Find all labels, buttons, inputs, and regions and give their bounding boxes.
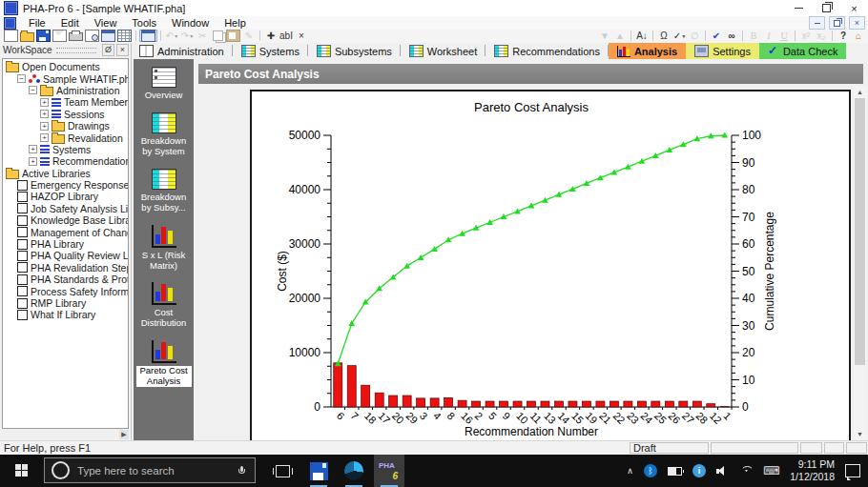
bold-button[interactable]: B: [746, 30, 761, 42]
mail-button[interactable]: [52, 30, 68, 42]
mdi-close-button[interactable]: ×: [849, 16, 865, 30]
tree-item-recommendations[interactable]: +Recommendations: [3, 155, 128, 167]
tab-settings[interactable]: Settings: [686, 43, 759, 59]
expand-icon[interactable]: +: [40, 133, 49, 142]
scroll-down-icon[interactable]: ▼: [854, 428, 866, 440]
add-item-button[interactable]: ✚: [263, 30, 279, 42]
format-painter-button[interactable]: ✎: [241, 30, 257, 42]
touch-keyboard-icon[interactable]: ⌨: [763, 464, 779, 477]
tree-item-management-of-change-m[interactable]: Management of Change (M: [3, 226, 128, 237]
checkbox[interactable]: [17, 262, 28, 273]
tab-data-check[interactable]: ✓Data Check: [759, 43, 846, 59]
minimize-button[interactable]: [785, 0, 813, 16]
expand-icon[interactable]: +: [40, 122, 49, 131]
expand-icon[interactable]: +: [40, 98, 49, 107]
dropdown-caret-icon[interactable]: ▾: [682, 32, 685, 39]
hidden-icons-chevron[interactable]: ∧: [627, 466, 633, 476]
undo-button[interactable]: ↶▾: [164, 30, 179, 42]
taskbar-app-pha-pro[interactable]: PHA6: [374, 455, 404, 487]
tab-administration[interactable]: Administration: [131, 43, 233, 59]
workspace-pin-button[interactable]: Ø: [102, 44, 114, 56]
tree-item-knowledge-base-library[interactable]: Knowledge Base Library: [3, 214, 128, 226]
tree-item-job-safety-analysis-library[interactable]: Job Safety Analysis Library: [3, 203, 128, 214]
tree-item-sample-whatif-pha[interactable]: −Sample WHATIF.pha: [3, 72, 128, 84]
collapse-icon[interactable]: −: [17, 74, 26, 83]
task-view-button[interactable]: [267, 455, 298, 487]
tree-item-systems[interactable]: +Systems: [3, 144, 128, 155]
new-button[interactable]: [3, 30, 19, 42]
underline-button[interactable]: U: [776, 30, 792, 42]
action-center-icon[interactable]: [845, 464, 860, 477]
checkbox[interactable]: [17, 274, 28, 285]
checkbox[interactable]: [17, 180, 28, 191]
restore-button[interactable]: [813, 0, 840, 16]
spell-check-button[interactable]: ✔: [709, 30, 724, 42]
dropdown-caret-icon[interactable]: ▾: [190, 32, 193, 39]
insert-text-button[interactable]: abI: [279, 30, 294, 42]
clock[interactable]: 9:11 PM 1/12/2018: [790, 458, 835, 483]
tree-item-team-members[interactable]: +Team Members: [3, 96, 128, 108]
paste-button[interactable]: [225, 30, 241, 42]
expand-icon[interactable]: +: [29, 157, 37, 166]
delete-item-button[interactable]: ×: [294, 30, 309, 42]
checkbox[interactable]: [17, 310, 28, 320]
checkbox[interactable]: [17, 239, 28, 250]
omega-button[interactable]: Ω: [656, 30, 672, 42]
checkbox[interactable]: [17, 192, 28, 202]
redo-button[interactable]: ↷▾: [179, 30, 195, 42]
checkbox[interactable]: [17, 203, 28, 213]
tree-item-pha-quality-review-library[interactable]: PHA Quality Review Library: [3, 250, 128, 261]
sort-button[interactable]: A↓: [634, 30, 650, 42]
tree-item-active-libraries[interactable]: Active Libraries: [3, 168, 128, 179]
scrollbar-thumb[interactable]: [855, 98, 865, 365]
verify-button[interactable]: ✓▾: [672, 30, 687, 42]
workspace-close-button[interactable]: ×: [116, 44, 129, 56]
menu-tools[interactable]: Tools: [124, 17, 164, 29]
taskbar-search-input[interactable]: Type here to search: [44, 457, 256, 483]
chart-vertical-scrollbar[interactable]: ▲ ▼: [853, 86, 867, 440]
tree-item-process-safety-information[interactable]: Process Safety Information: [3, 285, 128, 296]
workspace-horizontal-scrollbar[interactable]: ▶: [2, 430, 129, 439]
dropdown-caret-icon[interactable]: ▾: [175, 32, 177, 39]
tree-item-rmp-library[interactable]: RMP Library: [3, 297, 128, 309]
tab-analysis[interactable]: Analysis: [609, 43, 686, 59]
tab-recommendations[interactable]: Recommendations: [486, 43, 609, 59]
tree-item-pha-revalidation-steps-lib[interactable]: PHA Revalidation Steps Lib: [3, 262, 128, 274]
sidebar-item-breakdown-by-subsy[interactable]: Breakdown by Subsy...: [136, 169, 192, 213]
tree-item-open-documents[interactable]: Open Documents: [3, 61, 128, 72]
sidebar-item-breakdown-by-system[interactable]: Breakdown by System: [136, 112, 192, 157]
start-button[interactable]: [0, 455, 44, 487]
scroll-up-icon[interactable]: ▲: [854, 86, 866, 98]
save-button[interactable]: [35, 30, 52, 42]
scroll-right-icon[interactable]: ▶: [119, 430, 129, 439]
print-button[interactable]: [68, 30, 84, 42]
properties-button[interactable]: [100, 30, 116, 42]
move-up-button[interactable]: ▲: [612, 30, 628, 42]
taskbar-app-browser[interactable]: [339, 455, 369, 487]
attachment-button[interactable]: ∅: [687, 30, 702, 42]
tab-systems[interactable]: Systems: [233, 43, 308, 59]
tree-item-drawings[interactable]: +Drawings: [3, 120, 128, 132]
bluetooth-icon[interactable]: ᛒ: [644, 464, 657, 477]
tree-item-revalidation[interactable]: +Revalidation: [3, 132, 128, 143]
sidebar-item-pareto-cost-analysis[interactable]: Pareto Cost Analysis: [136, 340, 192, 387]
move-down-button[interactable]: ▼: [597, 30, 612, 42]
volume-icon[interactable]: [716, 465, 730, 477]
table-view-button[interactable]: [116, 30, 133, 42]
menu-file[interactable]: File: [21, 17, 53, 29]
menu-window[interactable]: Window: [164, 17, 217, 29]
tab-subsystems[interactable]: Subsystems: [308, 43, 401, 59]
checkbox[interactable]: [17, 215, 28, 226]
tree-item-emergency-response-chec[interactable]: Emergency Response Chec: [3, 179, 128, 191]
menu-view[interactable]: View: [87, 17, 125, 29]
print-preview-button[interactable]: [84, 30, 100, 42]
network-icon[interactable]: [740, 466, 753, 477]
sidebar-item-cost-distribution[interactable]: Cost Distribution: [136, 282, 192, 329]
expand-icon[interactable]: +: [29, 145, 37, 153]
toggle-workspace-button[interactable]: [139, 30, 157, 42]
checkbox[interactable]: [17, 298, 28, 309]
collapse-icon[interactable]: −: [29, 86, 37, 94]
info-icon[interactable]: i: [692, 464, 706, 477]
microphone-icon[interactable]: [238, 466, 245, 476]
tree-item-what-if-library[interactable]: What If Library: [3, 309, 128, 320]
